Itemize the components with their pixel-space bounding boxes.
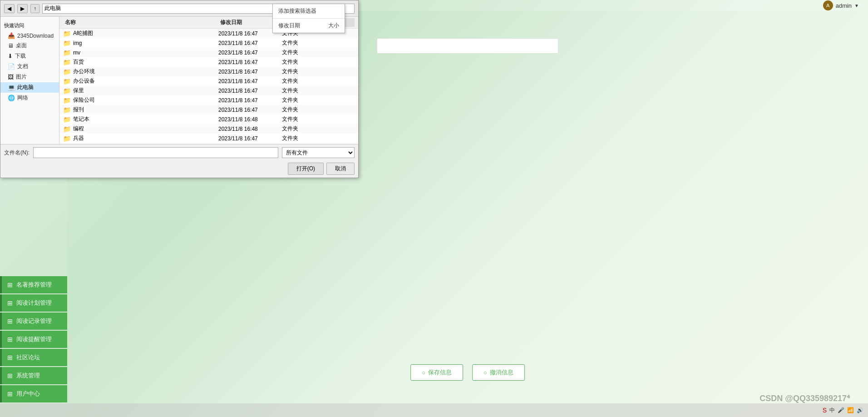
computer-icon: 💻 <box>8 84 15 91</box>
folder-icon: 📥 <box>8 32 15 39</box>
folder-icon: 📁 <box>63 125 71 133</box>
folder-icon: 🖥 <box>8 42 14 49</box>
grid-icon: ⊞ <box>7 354 13 361</box>
menu-reading-record[interactable]: ⊞ 阅读记录管理 <box>0 313 67 330</box>
nav-documents[interactable]: 📄 文档 <box>0 61 59 72</box>
col-type[interactable]: 类型 <box>282 18 318 27</box>
user-menu[interactable]: A admin ▼ <box>823 0 859 10</box>
grid-icon: ⊞ <box>7 318 13 325</box>
file-row[interactable]: 📁保里 2023/11/8 16:47 文件夹 <box>59 86 358 95</box>
taskbar-icons: S 中 🎤 📶 🔊 <box>823 407 863 414</box>
grid-icon: ⊞ <box>7 390 13 397</box>
cancel-icon: ○ <box>483 369 487 376</box>
file-list-header: 名称 修改日期 类型 电影 <box>59 17 358 29</box>
forward-button[interactable]: ▶ <box>17 4 28 13</box>
menu-user-center-label: 用户中心 <box>16 390 40 398</box>
nav-network[interactable]: 🌐 网络 <box>0 93 59 103</box>
taskbar: S 中 🎤 📶 🔊 <box>0 403 868 417</box>
folder-icon: 📁 <box>63 106 71 114</box>
menu-user-center[interactable]: ⊞ 用户中心 <box>0 385 67 402</box>
nav-downloads[interactable]: ⬇ 下载 <box>0 51 59 61</box>
taskbar-icon-vol: 🔊 <box>857 407 863 413</box>
taskbar-icon-s: S <box>823 407 827 414</box>
menu-recommend[interactable]: ⊞ 名著推荐管理 <box>0 276 67 293</box>
dialog-left-panel: 快速访问 📥 2345Download 🖥 桌面 ⬇ 下载 📄 文档 <box>0 17 59 144</box>
filename-input[interactable] <box>33 147 278 158</box>
folder-icon: 📁 <box>63 68 71 75</box>
menu-reading-plan[interactable]: ⊞ 阅读计划管理 <box>0 294 67 312</box>
menu-reading-remind-label: 阅读提醒管理 <box>16 335 52 343</box>
dialog-body: 快速访问 📥 2345Download 🖥 桌面 ⬇ 下载 📄 文档 <box>0 17 358 144</box>
file-row[interactable]: 📁编程 2023/11/8 16:48 文件夹 <box>59 124 358 134</box>
folder-icon: 📄 <box>8 63 15 70</box>
file-dialog[interactable]: ◀ ▶ ↑ 快速访问 📥 2345Download 🖥 桌面 ⬇ <box>0 0 359 178</box>
menu-system[interactable]: ⊞ 系统管理 <box>0 367 67 384</box>
folder-icon: 📁 <box>63 40 71 47</box>
file-row[interactable]: 📁办公环境 2023/11/8 16:47 文件夹 <box>59 67 358 76</box>
cancel-label: 撤消信息 <box>490 368 513 377</box>
folder-icon: 📁 <box>63 135 71 142</box>
file-row[interactable]: 📁A蛇捕图 2023/11/8 16:47 文件夹 <box>59 29 358 38</box>
file-row[interactable]: 📁兵器 2023/11/8 16:47 文件夹 <box>59 134 358 143</box>
cancel-button[interactable]: ○ 撤消信息 <box>472 364 525 381</box>
file-row[interactable]: 📁百货 2023/11/8 16:47 文件夹 <box>59 57 358 67</box>
footer-buttons: 打开(O) 取消 <box>0 161 358 178</box>
file-row[interactable]: 📁病床 2023/11/8 16:47 文件夹 <box>59 143 358 144</box>
quick-access-section: 快速访问 <box>0 20 59 31</box>
grid-icon: ⊞ <box>7 299 13 307</box>
file-row[interactable]: 📁img 2023/11/8 16:47 文件夹 <box>59 38 358 48</box>
file-row[interactable]: 📁报刊 2023/11/8 16:47 文件夹 <box>59 105 358 114</box>
save-label: 保存信息 <box>428 368 452 377</box>
nav-thispc[interactable]: 💻 此电脑 <box>0 82 59 93</box>
up-button[interactable]: ↑ <box>30 4 39 13</box>
file-row[interactable]: 📁笔记本 2023/11/8 16:48 文件夹 <box>59 114 358 124</box>
open-button[interactable]: 打开(O) <box>288 163 324 175</box>
action-buttons: ○ 保存信息 ○ 撤消信息 <box>410 364 525 381</box>
folder-icon: 📁 <box>63 49 71 56</box>
address-bar[interactable] <box>42 4 293 14</box>
menu-reading-remind[interactable]: ⊞ 阅读提醒管理 <box>0 331 67 348</box>
dialog-search-input[interactable] <box>296 4 355 14</box>
folder-icon: 📁 <box>63 97 71 104</box>
avatar-text: A <box>826 3 829 8</box>
folder-icon: 📁 <box>63 59 71 66</box>
taskbar-icon-mic: 🎤 <box>838 407 844 413</box>
network-icon: 🌐 <box>8 94 15 101</box>
nav-download[interactable]: 📥 2345Download <box>0 31 59 40</box>
col-size[interactable]: 电影 <box>318 18 355 27</box>
folder-icon: 📁 <box>63 87 71 94</box>
filename-label: 文件名(N): <box>4 149 30 157</box>
folder-icon: 🖼 <box>8 74 14 80</box>
folder-icon: 📁 <box>63 78 71 85</box>
menu-community-label: 社区论坛 <box>16 353 40 362</box>
save-button[interactable]: ○ 保存信息 <box>410 364 463 381</box>
filetype-select[interactable]: 所有文件 <box>282 147 355 158</box>
search-bar <box>377 38 558 54</box>
folder-icon: ⬇ <box>8 53 13 60</box>
folder-icon: 📁 <box>63 30 71 37</box>
user-avatar: A <box>823 0 833 10</box>
menu-system-label: 系统管理 <box>16 372 40 380</box>
grid-icon: ⊞ <box>7 372 13 379</box>
menu-reading-record-label: 阅读记录管理 <box>16 317 52 325</box>
menu-recommend-label: 名著推荐管理 <box>16 281 52 289</box>
chevron-down-icon: ▼ <box>854 3 859 8</box>
dialog-main-panel[interactable]: 名称 修改日期 类型 电影 📁A蛇捕图 2023/11/8 16:47 文件夹 … <box>59 17 358 144</box>
nav-desktop[interactable]: 🖥 桌面 <box>0 40 59 51</box>
dialog-cancel-button[interactable]: 取消 <box>326 163 355 175</box>
dialog-footer: 文件名(N): 所有文件 <box>0 144 358 161</box>
grid-icon: ⊞ <box>7 336 13 343</box>
taskbar-icon-wifi: 📶 <box>847 407 854 413</box>
grid-icon: ⊞ <box>7 281 13 288</box>
open-label: 打开(O) <box>296 165 315 172</box>
file-row[interactable]: 📁保险公司 2023/11/8 16:47 文件夹 <box>59 95 358 105</box>
save-icon: ○ <box>422 369 425 376</box>
nav-pictures[interactable]: 🖼 图片 <box>0 72 59 82</box>
back-button[interactable]: ◀ <box>4 4 15 13</box>
col-date[interactable]: 修改日期 <box>218 18 282 27</box>
dialog-cancel-label: 取消 <box>335 165 346 172</box>
menu-community[interactable]: ⊞ 社区论坛 <box>0 349 67 366</box>
col-name[interactable]: 名称 <box>63 18 218 27</box>
file-row[interactable]: 📁办公设备 2023/11/8 16:47 文件夹 <box>59 76 358 86</box>
file-row[interactable]: 📁mv 2023/11/8 16:47 文件夹 <box>59 48 358 57</box>
